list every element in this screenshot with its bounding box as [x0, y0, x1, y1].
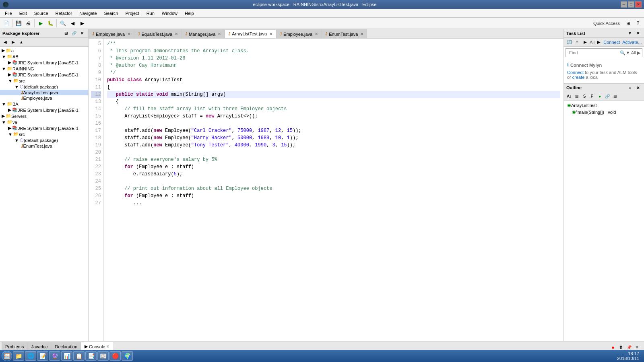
hide-nonpublic-button[interactable]: P — [588, 93, 596, 100]
tab-console[interactable]: ▶ Console ✕ — [81, 342, 113, 351]
outline-menu-button[interactable]: ≡ — [626, 84, 634, 91]
forward-button[interactable]: ▶ — [78, 19, 87, 28]
taskbar-app6[interactable]: 📰 — [97, 351, 109, 361]
sort-button[interactable]: A↕ — [566, 93, 573, 100]
tab-close-manager[interactable]: ✕ — [218, 32, 221, 36]
link-outline-button[interactable]: 🔗 — [604, 93, 611, 100]
tab-close-employee2[interactable]: ✕ — [315, 32, 318, 36]
save-button[interactable]: 💾 — [14, 19, 23, 28]
back-button[interactable]: ◀ — [68, 19, 77, 28]
start-button[interactable]: 🪟 — [2, 351, 12, 361]
menu-item-search[interactable]: Search — [101, 10, 122, 16]
menu-item-run[interactable]: Run — [143, 10, 158, 16]
window-controls[interactable]: ─ □ ✕ — [621, 1, 642, 8]
tree-item-enumtest[interactable]: J EnumTest.java — [0, 143, 88, 149]
tree-item-jre-rainning[interactable]: ▶ 📚 JRE System Library [JavaSE-1. — [0, 72, 88, 78]
taskbar-app7[interactable]: 🔴 — [109, 351, 121, 361]
connect-link[interactable]: Connect — [567, 70, 584, 75]
code-content[interactable]: /** * This program demonstrates the Arra… — [104, 39, 564, 341]
task-expand-button[interactable]: ▶ — [595, 39, 603, 46]
task-activate-button[interactable]: ▶ — [582, 39, 589, 46]
tab-employee1[interactable]: J Employee.java ✕ — [89, 29, 134, 38]
taskbar-app8[interactable]: 🌍 — [122, 351, 133, 361]
tree-item-servers[interactable]: ▶ 📁 Servers — [0, 113, 88, 119]
new-button[interactable]: 📄 — [2, 19, 10, 28]
hide-fields-button[interactable]: ⊟ — [573, 93, 580, 100]
taskbar-app4[interactable]: 📋 — [73, 351, 85, 361]
tab-manager[interactable]: J Manager.java ✕ — [182, 29, 225, 38]
menu-item-refactor[interactable]: Refactor — [52, 10, 76, 16]
tab-close-enumtest[interactable]: ✕ — [360, 32, 363, 36]
menu-item-source[interactable]: Source — [31, 10, 52, 16]
hide-static-button[interactable]: S — [581, 93, 588, 100]
tree-item-a[interactable]: ▶ 📁 a — [0, 47, 88, 53]
taskbar-app3[interactable]: 📊 — [61, 351, 72, 361]
tree-item-va[interactable]: ▼ 📁 va — [0, 119, 88, 125]
perspective-button[interactable]: ⊞ — [624, 19, 633, 28]
taskbar-app1[interactable]: 📝 — [37, 351, 48, 361]
task-list-menu-button[interactable]: ▼ — [626, 30, 634, 37]
maximize-button[interactable]: □ — [628, 1, 634, 8]
taskbar-app2[interactable]: 🔮 — [49, 351, 60, 361]
run-button[interactable]: ▶ — [36, 19, 45, 28]
activate-link[interactable]: Connect — [603, 40, 620, 45]
link-editor-button[interactable]: 🔗 — [70, 30, 78, 37]
minimize-button[interactable]: ─ — [621, 1, 627, 8]
tab-close-equalstest[interactable]: ✕ — [175, 32, 178, 36]
tab-employee2[interactable]: J Employee.java ✕ — [276, 29, 322, 38]
outline-arraylisttest[interactable]: ◉ ArrayListTest — [564, 102, 644, 109]
print-button[interactable]: 🖨 — [24, 19, 33, 28]
tree-item-src-rainning[interactable]: ▼ 📂 src — [0, 78, 88, 84]
up-nav-button[interactable]: ▲ — [18, 39, 25, 46]
search-button[interactable]: 🔍 — [58, 19, 67, 28]
tree-item-ab[interactable]: ▼ 📁 AB — [0, 53, 88, 60]
close-panel-button[interactable]: ✕ — [78, 30, 86, 37]
tree-item-ba[interactable]: ▼ 📁 BA — [0, 101, 88, 107]
tab-close-employee1[interactable]: ✕ — [127, 32, 130, 36]
forward-nav-button[interactable]: ▶ — [10, 39, 17, 46]
taskbar-app5[interactable]: 📑 — [85, 351, 97, 361]
tree-item-arraylisttest[interactable]: J ArrayListTest.java — [0, 90, 88, 95]
debug-button[interactable]: 🐛 — [46, 19, 55, 28]
tab-arraylisttest[interactable]: J ArrayListTest.java ✕ — [225, 29, 276, 38]
taskbar-chrome[interactable]: 🌐 — [25, 351, 36, 361]
tree-item-employee-rainning[interactable]: J Employee.java — [0, 95, 88, 101]
activate-link-label[interactable]: Activate... — [622, 40, 642, 45]
code-editor[interactable]: 5 6 7 8 9 10 11 12 13 14 15 16 17 18 19 … — [89, 39, 564, 341]
tree-item-src-va[interactable]: ▼ 📂 src — [0, 131, 88, 137]
tree-item-jre-ab[interactable]: ▶ 📚 JRE System Library [JavaSE-1. — [0, 60, 88, 66]
tab-javadoc[interactable]: Javadoc — [27, 342, 51, 351]
back-nav-button[interactable]: ◀ — [2, 39, 9, 46]
tab-declaration[interactable]: Declaration — [51, 342, 81, 351]
menu-item-project[interactable]: Project — [122, 10, 142, 16]
task-list-close-button[interactable]: ✕ — [634, 30, 642, 37]
tree-item-defaultpkg-rainning[interactable]: ▼ ⬡ (default package) — [0, 84, 88, 90]
tab-equalstest[interactable]: J EqualsTest.java ✕ — [134, 29, 182, 38]
outline-close-button[interactable]: ✕ — [634, 84, 642, 91]
tab-enumtest[interactable]: J EnumTest.java ✕ — [322, 29, 367, 38]
tab-console-close[interactable]: ✕ — [106, 344, 109, 349]
taskbar-explorer[interactable]: 📁 — [13, 351, 24, 361]
tree-item-defaultpkg-va[interactable]: ▼ ⬡ (default package) — [0, 137, 88, 143]
menu-item-window[interactable]: Window — [159, 10, 181, 16]
menu-item-navigate[interactable]: Navigate — [76, 10, 100, 16]
all-tasks-button[interactable]: ▼ All ▶ — [625, 50, 640, 56]
task-all-button[interactable]: ≡ — [574, 39, 581, 46]
create-link[interactable]: create — [572, 75, 585, 80]
outline-main-method[interactable]: ◉ ° main(String[]) : void — [564, 109, 644, 115]
menu-item-help[interactable]: Help — [182, 10, 197, 16]
tree-item-rainning[interactable]: ▼ 📁 RAINNING — [0, 66, 88, 72]
close-button[interactable]: ✕ — [635, 1, 642, 8]
help-button[interactable]: ? — [634, 19, 642, 28]
tab-close-arraylisttest[interactable]: ✕ — [269, 32, 272, 36]
menu-item-file[interactable]: File — [2, 10, 15, 16]
expand-icon-defpkg: ▼ — [14, 84, 19, 89]
outline-collapse-button[interactable]: ⊟ — [611, 93, 619, 100]
menu-item-edit[interactable]: Edit — [16, 10, 30, 16]
collapse-all-button[interactable]: ⊟ — [62, 30, 70, 37]
tab-problems[interactable]: Problems — [2, 342, 27, 351]
task-search-input[interactable] — [568, 49, 620, 56]
tree-item-jre-va[interactable]: ▶ 📚 JRE System Library [JavaSE-1. — [0, 125, 88, 131]
task-filter-button[interactable]: 🔄 — [566, 39, 573, 46]
tree-item-jre-ba[interactable]: ▶ 📚 JRE System Library [JavaSE-1. — [0, 107, 88, 113]
